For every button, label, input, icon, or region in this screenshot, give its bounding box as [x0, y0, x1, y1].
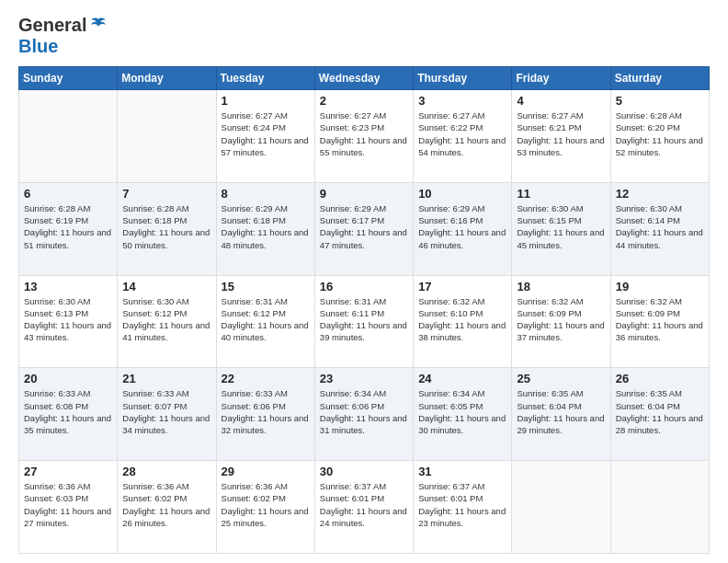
- day-info: Sunrise: 6:37 AMSunset: 6:01 PMDaylight:…: [418, 480, 506, 529]
- logo-general: General: [18, 15, 86, 36]
- day-number: 20: [24, 372, 112, 385]
- calendar-cell: 10Sunrise: 6:29 AMSunset: 6:16 PMDayligh…: [414, 182, 512, 275]
- day-info: Sunrise: 6:28 AMSunset: 6:20 PMDaylight:…: [616, 109, 704, 158]
- day-info: Sunrise: 6:34 AMSunset: 6:05 PMDaylight:…: [418, 387, 506, 436]
- calendar-cell: 21Sunrise: 6:33 AMSunset: 6:07 PMDayligh…: [118, 368, 216, 461]
- day-info: Sunrise: 6:27 AMSunset: 6:24 PMDaylight:…: [222, 109, 310, 158]
- calendar-cell: 7Sunrise: 6:28 AMSunset: 6:18 PMDaylight…: [118, 182, 216, 275]
- calendar-cell: 9Sunrise: 6:29 AMSunset: 6:17 PMDaylight…: [314, 182, 413, 275]
- calendar-cell: 15Sunrise: 6:31 AMSunset: 6:12 PMDayligh…: [216, 275, 314, 368]
- calendar-cell: 22Sunrise: 6:33 AMSunset: 6:06 PMDayligh…: [216, 368, 314, 461]
- day-info: Sunrise: 6:27 AMSunset: 6:21 PMDaylight:…: [517, 109, 605, 158]
- day-info: Sunrise: 6:35 AMSunset: 6:04 PMDaylight:…: [616, 387, 704, 436]
- day-info: Sunrise: 6:36 AMSunset: 6:02 PMDaylight:…: [122, 480, 210, 529]
- weekday-header-tuesday: Tuesday: [216, 67, 314, 90]
- logo: General Blue: [18, 15, 108, 57]
- weekday-header-saturday: Saturday: [610, 67, 709, 90]
- day-number: 26: [616, 372, 704, 385]
- day-number: 16: [320, 280, 408, 293]
- day-info: Sunrise: 6:30 AMSunset: 6:14 PMDaylight:…: [616, 202, 704, 251]
- day-number: 10: [418, 187, 506, 201]
- weekday-header-thursday: Thursday: [414, 67, 512, 90]
- calendar-cell: 2Sunrise: 6:27 AMSunset: 6:23 PMDaylight…: [314, 90, 413, 183]
- day-info: Sunrise: 6:30 AMSunset: 6:12 PMDaylight:…: [122, 295, 210, 344]
- calendar-cell: 16Sunrise: 6:31 AMSunset: 6:11 PMDayligh…: [314, 275, 413, 368]
- day-info: Sunrise: 6:35 AMSunset: 6:04 PMDaylight:…: [517, 387, 605, 436]
- day-number: 5: [616, 94, 704, 108]
- day-info: Sunrise: 6:29 AMSunset: 6:18 PMDaylight:…: [222, 202, 310, 251]
- calendar-cell: 14Sunrise: 6:30 AMSunset: 6:12 PMDayligh…: [118, 275, 216, 368]
- calendar-cell: 4Sunrise: 6:27 AMSunset: 6:21 PMDaylight…: [512, 90, 610, 183]
- day-number: 9: [320, 187, 408, 201]
- day-number: 13: [24, 280, 112, 293]
- day-info: Sunrise: 6:30 AMSunset: 6:13 PMDaylight:…: [24, 295, 112, 344]
- day-info: Sunrise: 6:36 AMSunset: 6:03 PMDaylight:…: [24, 480, 112, 529]
- day-number: 14: [122, 280, 210, 293]
- calendar-cell: 13Sunrise: 6:30 AMSunset: 6:13 PMDayligh…: [19, 275, 118, 368]
- day-info: Sunrise: 6:33 AMSunset: 6:06 PMDaylight:…: [222, 387, 310, 436]
- calendar-cell: 3Sunrise: 6:27 AMSunset: 6:22 PMDaylight…: [414, 90, 512, 183]
- calendar-cell: [512, 461, 610, 554]
- calendar-cell: 1Sunrise: 6:27 AMSunset: 6:24 PMDaylight…: [216, 90, 314, 183]
- calendar-cell: 12Sunrise: 6:30 AMSunset: 6:14 PMDayligh…: [610, 182, 709, 275]
- weekday-header-friday: Friday: [512, 67, 610, 90]
- calendar-table: SundayMondayTuesdayWednesdayThursdayFrid…: [18, 66, 710, 554]
- calendar-cell: 6Sunrise: 6:28 AMSunset: 6:19 PMDaylight…: [19, 182, 118, 275]
- day-info: Sunrise: 6:32 AMSunset: 6:09 PMDaylight:…: [616, 295, 704, 344]
- header: General Blue: [18, 15, 710, 57]
- calendar-cell: 23Sunrise: 6:34 AMSunset: 6:06 PMDayligh…: [314, 368, 413, 461]
- calendar-cell: 24Sunrise: 6:34 AMSunset: 6:05 PMDayligh…: [414, 368, 512, 461]
- calendar-cell: 5Sunrise: 6:28 AMSunset: 6:20 PMDaylight…: [610, 90, 709, 183]
- day-number: 7: [122, 187, 210, 201]
- day-number: 22: [222, 372, 310, 385]
- calendar-cell: [19, 90, 118, 183]
- calendar-cell: [610, 461, 709, 554]
- day-number: 27: [24, 465, 112, 478]
- day-info: Sunrise: 6:31 AMSunset: 6:12 PMDaylight:…: [222, 295, 310, 344]
- day-info: Sunrise: 6:27 AMSunset: 6:22 PMDaylight:…: [418, 109, 506, 158]
- day-number: 24: [418, 372, 506, 385]
- day-number: 18: [517, 280, 605, 293]
- day-number: 25: [517, 372, 605, 385]
- day-info: Sunrise: 6:33 AMSunset: 6:08 PMDaylight:…: [24, 387, 112, 436]
- calendar-cell: 17Sunrise: 6:32 AMSunset: 6:10 PMDayligh…: [414, 275, 512, 368]
- day-number: 12: [616, 187, 704, 201]
- day-info: Sunrise: 6:29 AMSunset: 6:16 PMDaylight:…: [418, 202, 506, 251]
- weekday-header-monday: Monday: [118, 67, 216, 90]
- day-number: 19: [616, 280, 704, 293]
- day-number: 21: [122, 372, 210, 385]
- day-number: 3: [418, 94, 506, 108]
- calendar-cell: 31Sunrise: 6:37 AMSunset: 6:01 PMDayligh…: [414, 461, 512, 554]
- day-number: 30: [320, 465, 408, 478]
- calendar-cell: 20Sunrise: 6:33 AMSunset: 6:08 PMDayligh…: [19, 368, 118, 461]
- day-number: 2: [320, 94, 408, 108]
- logo-blue: Blue: [18, 36, 58, 56]
- day-number: 11: [517, 187, 605, 201]
- day-number: 1: [222, 94, 310, 108]
- day-info: Sunrise: 6:31 AMSunset: 6:11 PMDaylight:…: [320, 295, 408, 344]
- calendar-cell: 11Sunrise: 6:30 AMSunset: 6:15 PMDayligh…: [512, 182, 610, 275]
- day-number: 29: [222, 465, 310, 478]
- day-number: 4: [517, 94, 605, 108]
- day-info: Sunrise: 6:32 AMSunset: 6:09 PMDaylight:…: [517, 295, 605, 344]
- calendar-cell: 29Sunrise: 6:36 AMSunset: 6:02 PMDayligh…: [216, 461, 314, 554]
- day-info: Sunrise: 6:28 AMSunset: 6:18 PMDaylight:…: [122, 202, 210, 251]
- day-number: 17: [418, 280, 506, 293]
- day-info: Sunrise: 6:33 AMSunset: 6:07 PMDaylight:…: [122, 387, 210, 436]
- calendar-cell: 26Sunrise: 6:35 AMSunset: 6:04 PMDayligh…: [610, 368, 709, 461]
- calendar-cell: 8Sunrise: 6:29 AMSunset: 6:18 PMDaylight…: [216, 182, 314, 275]
- calendar-cell: 18Sunrise: 6:32 AMSunset: 6:09 PMDayligh…: [512, 275, 610, 368]
- day-info: Sunrise: 6:37 AMSunset: 6:01 PMDaylight:…: [320, 480, 408, 529]
- weekday-header-wednesday: Wednesday: [314, 67, 413, 90]
- day-info: Sunrise: 6:36 AMSunset: 6:02 PMDaylight:…: [222, 480, 310, 529]
- day-number: 23: [320, 372, 408, 385]
- day-info: Sunrise: 6:27 AMSunset: 6:23 PMDaylight:…: [320, 109, 408, 158]
- day-number: 8: [222, 187, 310, 201]
- weekday-header-sunday: Sunday: [19, 67, 118, 90]
- day-number: 28: [122, 465, 210, 478]
- calendar-cell: 30Sunrise: 6:37 AMSunset: 6:01 PMDayligh…: [314, 461, 413, 554]
- calendar-cell: 25Sunrise: 6:35 AMSunset: 6:04 PMDayligh…: [512, 368, 610, 461]
- day-number: 15: [222, 280, 310, 293]
- day-info: Sunrise: 6:28 AMSunset: 6:19 PMDaylight:…: [24, 202, 112, 251]
- logo-bird-icon: [88, 16, 108, 36]
